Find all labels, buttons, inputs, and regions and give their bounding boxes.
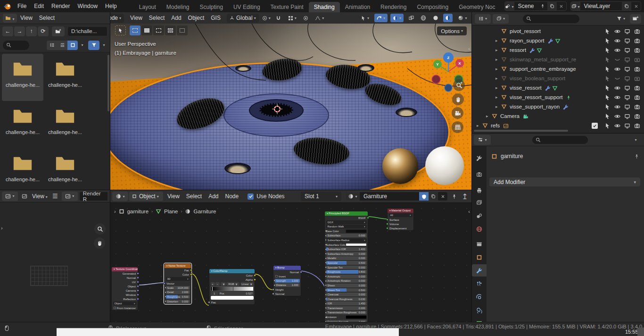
- from-instancer-checkbox[interactable]: From Instancer: [112, 306, 138, 310]
- menu-item[interactable]: Render: [51, 3, 70, 9]
- scene-browse-icon[interactable]: [505, 2, 514, 10]
- object-name[interactable]: ressort: [510, 47, 526, 53]
- object-name[interactable]: refs: [491, 123, 500, 128]
- expand-icon[interactable]: ▸: [495, 95, 500, 100]
- disable-viewport-toggle[interactable]: [624, 85, 630, 91]
- selectable-toggle[interactable]: [604, 57, 611, 63]
- node-output-socket[interactable]: Camera: [112, 288, 138, 293]
- image-datablock-field[interactable]: Render R: [79, 192, 108, 201]
- outliner-item[interactable]: ▸ visse_ressort: [472, 83, 644, 92]
- sidebar-toggle-icon[interactable]: ‹: [468, 209, 470, 214]
- selectable-toggle[interactable]: [604, 28, 611, 34]
- shader-editor-menu[interactable]: Select: [186, 193, 202, 200]
- file-browser-scrollbar[interactable]: [107, 55, 109, 111]
- dimensions-dropdown[interactable]: 3D: [166, 277, 190, 281]
- image-editor-view-menu[interactable]: View: [32, 193, 48, 200]
- bsdf-param[interactable]: Transmission Roughness0.000: [325, 311, 368, 315]
- folder-item[interactable]: challenge-he...: [2, 101, 43, 148]
- ortho-grid-button[interactable]: [452, 121, 463, 133]
- node-input-socket[interactable]: Normal: [273, 292, 301, 296]
- node-output-socket[interactable]: Normal: [112, 276, 138, 280]
- disable-render-toggle[interactable]: [634, 47, 640, 53]
- tab-render[interactable]: [472, 168, 487, 180]
- object-field[interactable]: Object: [113, 302, 137, 305]
- proportional-falloff-dropdown[interactable]: [314, 14, 326, 22]
- bsdf-param[interactable]: Specular Tint0.000: [325, 265, 368, 270]
- hide-viewport-toggle[interactable]: [614, 66, 620, 72]
- object-name[interactable]: visse_support_rayon: [510, 104, 560, 109]
- viewport-canvas[interactable]: User Perspective (1) Embrayage | garnitu…: [110, 24, 471, 190]
- node-material-output[interactable]: Material Output All SurfaceVolumeDisplac…: [387, 208, 414, 231]
- file-browser-menu[interactable]: View: [20, 15, 33, 21]
- expand-icon[interactable]: ▸: [495, 48, 500, 52]
- folder-item[interactable]: challenge-he...: [44, 101, 86, 148]
- workspace-tab[interactable]: UV Editing: [228, 2, 265, 12]
- node-output-socket[interactable]: Reflection: [112, 297, 138, 301]
- viewport-menu[interactable]: Object: [188, 15, 205, 21]
- viewport-menu[interactable]: Add: [171, 15, 181, 21]
- outliner-item[interactable]: ▸ Camera: [472, 111, 644, 121]
- add-modifier-button[interactable]: Add Modifier: [489, 177, 640, 186]
- workspace-tab[interactable]: Sculpting: [195, 2, 228, 12]
- workspace-tab[interactable]: Modeling: [161, 2, 195, 12]
- selectable-toggle[interactable]: [604, 104, 611, 110]
- disable-render-toggle[interactable]: [634, 57, 640, 63]
- material-name-field[interactable]: Garniture: [360, 193, 419, 200]
- interpolation-dropdown[interactable]: Linear: [240, 282, 254, 286]
- node-output-socket[interactable]: Color: [165, 272, 191, 277]
- tab-world[interactable]: [472, 223, 487, 235]
- show-overlays-toggle[interactable]: [374, 14, 388, 22]
- node-output-socket[interactable]: Fac: [165, 268, 191, 272]
- tab-particles[interactable]: [472, 277, 487, 290]
- editor-type-icon[interactable]: [3, 14, 17, 23]
- pin-id-icon[interactable]: [634, 154, 639, 159]
- bsdf-param[interactable]: Metallic0.000: [325, 256, 368, 261]
- bsdf-param[interactable]: Clearcoat0.000: [325, 292, 368, 297]
- node-input-socket[interactable]: Volume: [388, 222, 413, 226]
- workspace-tab[interactable]: Rendering: [375, 2, 412, 12]
- outliner-item[interactable]: ▸ ressort: [472, 45, 644, 55]
- node-colorramp[interactable]: ColorRamp ColorAlpha + − RGB Linear 1 Po…: [209, 269, 255, 305]
- node-param[interactable]: Strength1.000: [273, 278, 301, 283]
- expand-icon[interactable]: ▸: [495, 76, 500, 81]
- node-input-socket[interactable]: Surface: [388, 218, 413, 222]
- folder-item[interactable]: challenge-he...: [2, 54, 43, 101]
- snap-settings-dropdown[interactable]: [286, 14, 298, 22]
- color-mode-dropdown[interactable]: RGB: [226, 282, 239, 286]
- editor-type-icon[interactable]: [112, 192, 128, 201]
- expand-icon[interactable]: ▸: [495, 67, 500, 71]
- disable-viewport-toggle[interactable]: [624, 66, 630, 72]
- path-field[interactable]: D:\challe...: [67, 26, 107, 36]
- tab-object[interactable]: [472, 251, 487, 263]
- toolbar-toggle-icon[interactable]: ›: [114, 209, 116, 214]
- bsdf-param[interactable]: Transmission0.000: [325, 306, 368, 311]
- folder-item[interactable]: challenge-he...: [44, 54, 86, 101]
- back-button[interactable]: ←: [2, 26, 13, 36]
- bsdf-param[interactable]: IOR1.450: [325, 302, 368, 306]
- browse-material-icon[interactable]: [346, 192, 360, 201]
- use-nodes-checkbox[interactable]: [248, 193, 254, 200]
- stop-color-swatch[interactable]: [211, 296, 254, 300]
- node-param[interactable]: Detail2.000: [165, 290, 191, 295]
- object-name[interactable]: visse_boolean_support: [510, 76, 565, 81]
- disable-viewport-toggle[interactable]: [624, 104, 630, 110]
- image-editor-canvas[interactable]: ›: [0, 202, 110, 322]
- bsdf-param[interactable]: Subsurface Anisotropy0.000: [325, 252, 368, 256]
- fake-user-toggle[interactable]: [419, 192, 429, 201]
- white-preview-sphere[interactable]: [425, 146, 464, 185]
- display-vertical-list-button[interactable]: [47, 41, 57, 50]
- tab-output[interactable]: [472, 184, 487, 196]
- invert-checkbox[interactable]: Invert: [273, 274, 301, 278]
- node-output-socket[interactable]: Object: [112, 284, 138, 288]
- disable-render-toggle[interactable]: [634, 113, 640, 119]
- node-param[interactable]: Distance1.000: [273, 283, 301, 288]
- shading-solid-button[interactable]: [431, 14, 440, 22]
- zoom-button[interactable]: [94, 223, 106, 235]
- object-name[interactable]: pivot_ressort: [510, 28, 541, 34]
- vector-input-socket[interactable]: Vector: [165, 281, 191, 286]
- expand-icon[interactable]: ▸: [495, 38, 500, 43]
- bsdf-param[interactable]: Sheen Tint0.500: [325, 288, 368, 293]
- workspace-tab[interactable]: Texture Paint: [265, 2, 309, 12]
- stop-index-field[interactable]: 1: [211, 292, 218, 295]
- node-texture-coordinate[interactable]: Texture Coordinate GeneratedNormalUVObje…: [111, 267, 138, 311]
